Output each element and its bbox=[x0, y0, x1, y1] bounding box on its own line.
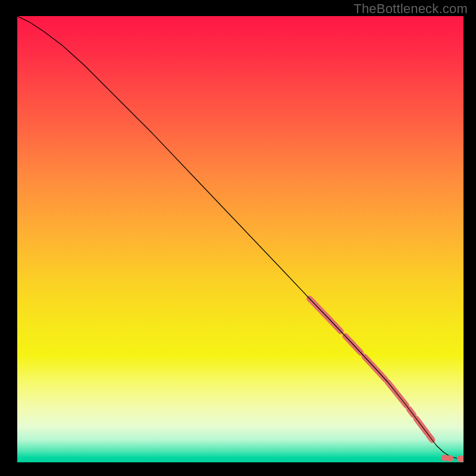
highlight-dot bbox=[447, 455, 453, 462]
chart-stage: TheBottleneck.com bbox=[0, 0, 476, 476]
chart-overlay-svg bbox=[17, 16, 464, 462]
highlight-layer bbox=[309, 299, 432, 440]
watermark-text: TheBottleneck.com bbox=[353, 1, 468, 17]
flat-dots-layer bbox=[441, 455, 464, 462]
plot-area bbox=[17, 16, 464, 462]
